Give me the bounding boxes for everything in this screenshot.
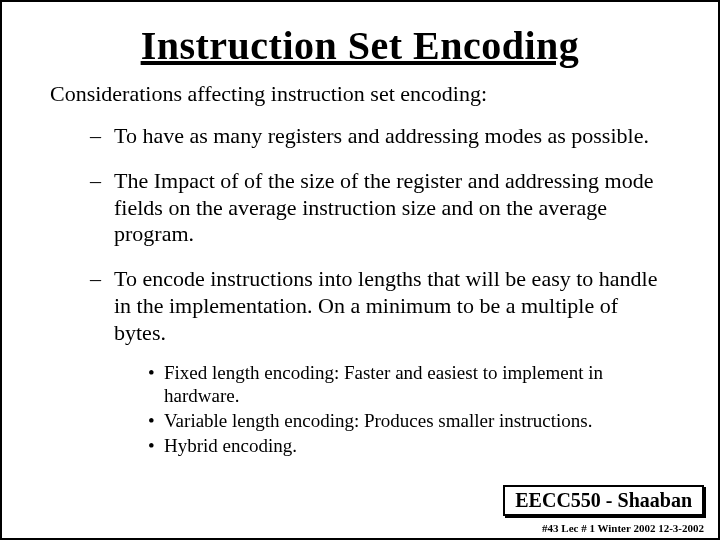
sub-bullet-item: Fixed length encoding: Faster and easies… (148, 361, 670, 407)
bullet-text: To have as many registers and addressing… (114, 123, 649, 148)
slide-subtitle: Considerations affecting instruction set… (50, 81, 690, 107)
bullet-item: To have as many registers and addressing… (90, 123, 690, 150)
bullet-item: To encode instructions into lengths that… (90, 266, 690, 457)
bullet-list: To have as many registers and addressing… (90, 123, 690, 457)
sub-bullet-item: Hybrid encoding. (148, 434, 670, 457)
slide: Instruction Set Encoding Considerations … (0, 0, 720, 540)
sub-bullet-text: Variable length encoding: Produces small… (164, 410, 592, 431)
sub-bullet-text: Fixed length encoding: Faster and easies… (164, 362, 603, 406)
sub-bullet-list: Fixed length encoding: Faster and easies… (148, 361, 670, 458)
bullet-text: The Impact of of the size of the registe… (114, 168, 653, 247)
slide-title: Instruction Set Encoding (30, 22, 690, 69)
footer-meta: #43 Lec # 1 Winter 2002 12-3-2002 (542, 522, 704, 534)
bullet-item: The Impact of of the size of the registe… (90, 168, 690, 248)
sub-bullet-text: Hybrid encoding. (164, 435, 297, 456)
bullet-text: To encode instructions into lengths that… (114, 266, 657, 345)
sub-bullet-item: Variable length encoding: Produces small… (148, 409, 670, 432)
footer-course-box: EECC550 - Shaaban (503, 485, 704, 516)
